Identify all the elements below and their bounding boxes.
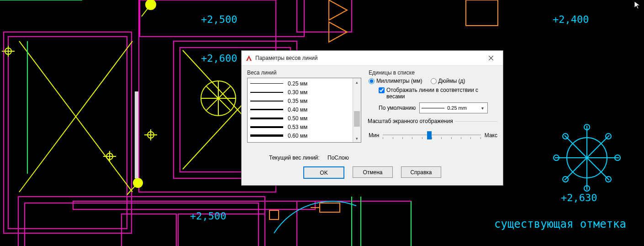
cancel-button[interactable]: Отмена (353, 166, 393, 178)
ok-button[interactable]: OK (303, 166, 344, 179)
scroll-track[interactable] (353, 86, 361, 134)
line-sample-icon (422, 108, 444, 108)
lineweight-item-label: 0.30 мм (288, 89, 307, 96)
lineweight-swatch (250, 126, 283, 128)
scale-min-label: Мин (369, 132, 379, 139)
svg-rect-55 (320, 203, 340, 212)
default-lineweight-select[interactable]: 0.25 mm ▾ (419, 102, 488, 113)
lineweight-item-label: 0.40 мм (288, 107, 307, 113)
display-lineweight-label: Отображать линии в соответствии с весами (386, 87, 482, 100)
dialog-titlebar[interactable]: Параметры весов линий (242, 51, 503, 66)
lineweight-item-label: 0.50 мм (288, 115, 307, 122)
autocad-icon (245, 54, 253, 62)
lineweight-item[interactable]: 0.35 мм (248, 96, 353, 105)
lineweight-swatch (250, 101, 283, 102)
svg-line-30 (127, 183, 138, 195)
elevation-label: +2,600 (201, 53, 237, 64)
lineweight-item[interactable]: 0.53 мм (248, 123, 353, 131)
svg-rect-6 (18, 197, 265, 246)
lineweight-swatch (250, 134, 283, 137)
lineweight-item[interactable]: 0.40 мм (248, 105, 353, 114)
svg-rect-1 (8, 37, 127, 229)
radio-in-label: Дюймы (д) (438, 78, 465, 84)
scale-max-label: Макс (485, 132, 497, 139)
help-button[interactable]: Справка (401, 166, 441, 178)
dialog-title: Параметры весов линий (255, 55, 481, 61)
scroll-thumb[interactable] (354, 111, 360, 127)
elevation-label: +2,630 (561, 192, 597, 203)
elevation-label: +2,500 (190, 210, 226, 222)
slider-thumb[interactable] (427, 131, 432, 139)
lineweight-item-label: 0.35 мм (288, 98, 307, 104)
chevron-down-icon: ▾ (479, 106, 486, 111)
radio-in-input[interactable] (431, 78, 437, 84)
scrollbar[interactable]: ▴ ▾ (353, 78, 361, 142)
lineweight-item[interactable]: 0.30 мм (248, 88, 353, 96)
lineweight-item[interactable]: 0.25 мм (248, 79, 353, 88)
lineweight-list[interactable]: 0.25 мм0.30 мм0.35 мм0.40 мм0.50 мм0.53 … (247, 78, 361, 143)
svg-rect-8 (121, 214, 176, 246)
svg-rect-54 (269, 210, 279, 219)
scroll-down-button[interactable]: ▾ (353, 134, 361, 142)
radio-millimeters[interactable]: Миллиметры (мм) (369, 78, 422, 84)
scroll-up-button[interactable]: ▴ (353, 78, 361, 86)
note-label: существующая отметка (494, 218, 626, 230)
lineweight-swatch (250, 92, 283, 93)
lineweight-item[interactable]: 0.50 мм (248, 114, 353, 123)
svg-rect-53 (466, 0, 498, 26)
default-select-value: 0.25 mm (447, 105, 476, 111)
elevation-label: +2,400 (553, 14, 589, 25)
scale-group-label: Масштаб экранного отображения (368, 118, 455, 124)
svg-rect-10 (297, 0, 352, 32)
default-label: По умолчанию (379, 105, 416, 111)
close-icon (489, 56, 493, 60)
lineweight-item-label: 0.53 мм (288, 124, 307, 130)
radio-mm-input[interactable] (369, 78, 375, 84)
radio-mm-label: Миллиметры (мм) (376, 78, 422, 84)
current-lineweight-label: Текущий вес линий: (269, 155, 320, 161)
display-lineweight-checkbox[interactable] (379, 87, 385, 93)
elevation-label: +2,500 (201, 14, 237, 25)
lineweight-item-label: 0.25 мм (288, 80, 307, 87)
lineweight-swatch (250, 109, 283, 110)
lineweight-swatch (250, 118, 283, 119)
scale-slider[interactable] (383, 129, 480, 142)
lineweight-list-label: Веса линий (247, 70, 361, 76)
radio-inches[interactable]: Дюймы (д) (431, 78, 465, 84)
lineweight-item[interactable]: 0.60 мм (248, 131, 353, 140)
close-button[interactable] (481, 51, 501, 65)
current-lineweight-value: ПоСлою (327, 155, 349, 161)
units-group-label: Единицы в списке (369, 70, 497, 76)
lineweight-settings-dialog: Параметры весов линий Веса линий 0.25 мм… (241, 50, 503, 186)
lineweight-item-label: 0.60 мм (288, 133, 307, 139)
lineweight-swatch (250, 83, 283, 84)
svg-rect-12 (73, 201, 315, 209)
svg-rect-57 (135, 91, 138, 178)
